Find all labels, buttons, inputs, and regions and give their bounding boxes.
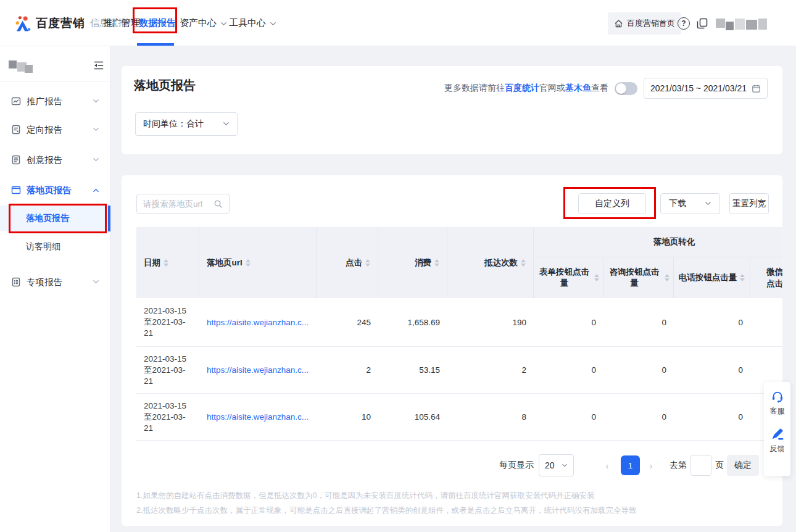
- special-report-icon: [11, 277, 21, 287]
- sidebar-item-label: 落地页报告: [27, 185, 72, 196]
- column-header[interactable]: 微信按钮点击量: [750, 257, 782, 298]
- date-range-value: 2021/03/15 ~ 2021/03/21: [650, 83, 747, 93]
- table-cell: 190: [447, 298, 534, 346]
- table-cell: 2021-03-15至2021-03-21: [136, 394, 199, 440]
- main-content: 落地页报告 更多数据请前往百度统计官网或基木鱼查看 2021/03/15 ~ 2…: [110, 46, 796, 532]
- column-header[interactable]: 电话按钮点击量: [674, 257, 750, 298]
- promotion-report-icon: [11, 96, 21, 106]
- customize-columns-button[interactable]: 自定义列: [578, 193, 646, 214]
- sort-icon[interactable]: [434, 259, 439, 267]
- current-page-button[interactable]: 1: [621, 455, 640, 475]
- time-unit-select[interactable]: 时间单位： 合计: [135, 112, 238, 136]
- sidebar-item-label: 专项报告: [27, 276, 62, 288]
- column-header-label: 日期: [144, 257, 160, 268]
- report-table-card: 自定义列 下载 重置列宽 日期落地页url点击消费抵达次数落地页转化表单按钮点击…: [122, 175, 782, 526]
- landing-page-url-link[interactable]: https://aisite.wejianzhan.c...: [207, 412, 309, 422]
- brand-name: 百度营销: [36, 15, 85, 31]
- table-row: 2021-03-15至2021-03-21https://aisite.weji…: [136, 347, 782, 394]
- toggle-knob: [616, 83, 626, 94]
- more-data-text: 更多数据请前往百度统计官网或基木鱼查看: [444, 83, 608, 94]
- topnav-item-2[interactable]: 数据报告: [139, 0, 176, 46]
- column-header-label: 点击: [346, 257, 362, 268]
- sidebar-subitem-1[interactable]: 落地页报告: [0, 206, 108, 231]
- targeting-report-icon: [11, 125, 21, 135]
- table-cell: 10: [317, 394, 378, 440]
- sidebar-subitem-label: 访客明细: [26, 241, 60, 252]
- switch-account-icon[interactable]: [696, 17, 708, 30]
- topnav-item-3[interactable]: 资产中心: [180, 0, 227, 46]
- landing-page-url-link[interactable]: https://aisite.wejianzhan.c...: [207, 365, 309, 375]
- column-header[interactable]: 消费: [378, 227, 447, 298]
- chevron-icon: [93, 99, 99, 104]
- next-page-button[interactable]: ›: [647, 460, 655, 471]
- table-cell: 245: [317, 298, 378, 346]
- data-source-toggle[interactable]: [615, 82, 637, 95]
- table-cell: 0: [603, 298, 674, 346]
- sort-icon[interactable]: [740, 274, 745, 281]
- sort-icon[interactable]: [594, 274, 599, 281]
- prev-page-button[interactable]: ‹: [603, 460, 611, 471]
- table-cell: 8: [447, 394, 534, 440]
- sidebar-item-2[interactable]: 定向报告: [0, 120, 110, 139]
- jimuyu-link[interactable]: 基木鱼: [565, 83, 591, 93]
- column-header[interactable]: 点击: [317, 227, 378, 298]
- chevron-down-icon: [223, 122, 230, 127]
- account-name-redacted[interactable]: [9, 59, 38, 74]
- sidebar-item-4[interactable]: 落地页报告: [0, 181, 110, 199]
- download-button[interactable]: 下载: [660, 193, 720, 214]
- column-header[interactable]: 咨询按钮点击量: [603, 257, 674, 298]
- more-data-prefix: 更多数据请前往: [444, 83, 505, 93]
- column-header[interactable]: 表单按钮点击量: [534, 257, 603, 298]
- column-header[interactable]: 日期: [136, 227, 199, 298]
- pagination: 每页显示 20 ‹ 1 › 去第 页 确定: [499, 454, 759, 476]
- url-search-input[interactable]: [143, 199, 211, 209]
- topnav-item-1[interactable]: 推广管理: [103, 0, 140, 46]
- topnav-item-4[interactable]: 工具中心: [229, 0, 276, 46]
- sort-icon[interactable]: [246, 259, 251, 267]
- column-header[interactable]: 抵达次数: [447, 227, 534, 298]
- help-icon[interactable]: ?: [678, 17, 690, 30]
- column-header-label: 抵达次数: [484, 257, 518, 268]
- table-header: 日期落地页url点击消费抵达次数落地页转化表单按钮点击量咨询按钮点击量电话按钮点…: [136, 227, 782, 298]
- column-header[interactable]: 落地页url: [199, 227, 317, 298]
- search-icon[interactable]: [214, 199, 223, 209]
- topnav-item-label: 推广管理: [103, 17, 140, 29]
- sidebar: 推广报告定向报告创意报告落地页报告落地页报告访客明细专项报告: [0, 46, 110, 532]
- baidu-tongji-link[interactable]: 百度统计: [505, 83, 539, 93]
- sidebar-subitem-2[interactable]: 访客明细: [0, 238, 108, 256]
- url-search-box: [136, 194, 230, 214]
- sort-icon[interactable]: [665, 274, 670, 281]
- customer-service-button[interactable]: 客服: [770, 389, 785, 417]
- user-name-redacted[interactable]: [716, 17, 773, 32]
- more-data-row: 更多数据请前往百度统计官网或基木鱼查看 2021/03/15 ~ 2021/03…: [444, 78, 768, 99]
- table-row: 2021-03-15至2021-03-21https://aisite.weji…: [136, 394, 782, 441]
- chevron-icon: [270, 22, 276, 27]
- active-item-indicator: [108, 206, 110, 231]
- sort-icon[interactable]: [521, 259, 526, 267]
- sidebar-subitem-label: 落地页报告: [26, 213, 69, 224]
- goto-page-input[interactable]: [690, 455, 711, 476]
- landing-page-url-link[interactable]: https://aisite.wejianzhan.c...: [207, 318, 309, 327]
- active-tab-underline: [137, 43, 174, 46]
- sidebar-item-5[interactable]: 专项报告: [0, 273, 110, 291]
- download-button-label: 下载: [669, 198, 686, 209]
- sidebar-item-1[interactable]: 推广报告: [0, 92, 110, 110]
- chevron-icon: [220, 22, 227, 27]
- date-range-picker[interactable]: 2021/03/15 ~ 2021/03/21: [644, 78, 768, 99]
- page-size-select[interactable]: 20: [539, 454, 574, 476]
- table-cell: 0: [603, 347, 674, 393]
- collapse-sidebar-icon[interactable]: [93, 59, 105, 72]
- reset-column-width-button[interactable]: 重置列宽: [729, 193, 769, 214]
- more-data-middle: 官网或: [539, 83, 565, 93]
- floating-help-panel: 客服 反馈: [764, 382, 790, 476]
- feedback-button[interactable]: 反馈: [770, 427, 785, 454]
- home-button[interactable]: 百度营销首页: [608, 12, 681, 35]
- table-cell: 0: [674, 347, 750, 393]
- column-header-label: 表单按钮点击量: [537, 267, 591, 289]
- topnav-item-label: 数据报告: [139, 17, 176, 29]
- sort-icon[interactable]: [164, 259, 168, 267]
- confirm-page-button[interactable]: 确定: [727, 455, 759, 476]
- sidebar-item-3[interactable]: 创意报告: [0, 151, 110, 169]
- sort-icon[interactable]: [365, 259, 370, 267]
- table-cell: 1,658.69: [378, 298, 447, 346]
